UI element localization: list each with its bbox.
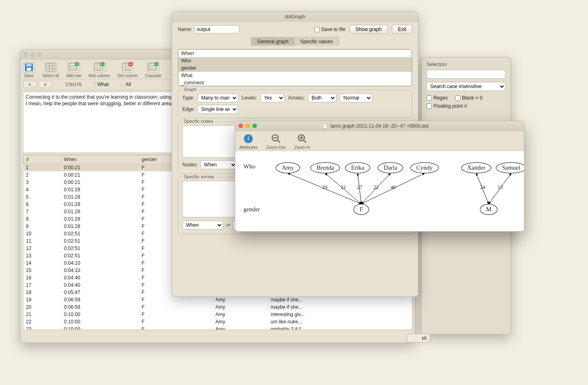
toolbar-label: Add row [66,73,82,78]
column-header[interactable]: When [61,155,139,164]
search-mode-select[interactable]: Search case insensitive [427,82,506,91]
del-column-button[interactable]: Del column [117,62,138,78]
nodes-label: Nodes: [182,162,198,168]
table-row[interactable]: 190:06:59FAmymaybe if she... [24,296,412,303]
graph-node[interactable]: Cyndy [410,162,439,173]
maximize-icon[interactable] [38,52,42,57]
grid-cascade-icon: + [147,62,159,73]
info-icon: i [242,133,254,144]
graph-node[interactable]: F [354,204,369,215]
save-to-file-checkbox[interactable]: Save to file [314,27,345,32]
list-item[interactable]: What [179,72,411,79]
close-icon[interactable] [239,124,243,128]
svg-text:i: i [248,135,250,142]
list-item[interactable]: _comment [179,79,411,86]
column-header[interactable]: # [24,155,62,164]
levels-select[interactable]: Yes [260,93,285,102]
list-item[interactable]: gender [179,64,411,72]
svg-rect-2 [27,68,31,71]
svg-line-32 [277,140,280,143]
edge-select[interactable]: Single line we [197,105,238,114]
svg-rect-1 [27,64,32,66]
tab-specific-values[interactable]: Specific values [294,37,339,46]
save-button[interactable]: Save [23,62,35,78]
graph-node[interactable]: Darla [378,162,403,173]
zoom-out-button[interactable]: Zoom Out [266,133,285,150]
prev-button[interactable]: < [23,81,37,88]
table-row[interactable]: 220:10:00FAmyum like nuke... [24,318,412,325]
minimize-icon[interactable] [245,124,250,128]
type-select[interactable]: Many to many [197,93,238,102]
exit-button[interactable]: Exit [392,25,412,34]
next-button[interactable]: > [38,81,52,88]
close-icon[interactable] [24,52,28,57]
maximize-icon[interactable] [252,124,257,128]
name-input[interactable] [195,25,239,33]
minimize-icon[interactable] [31,52,35,57]
nodes-select[interactable]: When [200,160,237,169]
table-row[interactable]: 210:10:00FAmyinteresting giv... [24,311,412,318]
graph-node[interactable]: Xander [461,162,491,173]
nodes-legend: Specific nodes [182,119,215,124]
graph-node[interactable]: Erika [345,162,370,173]
graph-titlebar[interactable]: tams graph 2021-11-04 18--20--47 +0000.d… [235,121,524,131]
edge-weight: 13 [497,184,503,190]
tab-general-graph[interactable]: General graph [251,37,295,46]
selection-input[interactable] [427,70,506,79]
blank0-checkbox[interactable]: Blank = 0 [455,95,482,101]
table-row[interactable]: 200:06:59FAmymaybe if she... [24,303,412,311]
graph-node[interactable]: Brenda [310,162,340,173]
type-label: Type: [182,95,194,101]
toolbar-label: Select all [42,73,59,78]
graph-node[interactable]: M [480,204,497,215]
exit-button-stub[interactable]: xit [407,334,430,343]
selection-header: Selection [427,62,506,67]
edge-weight: 29 [322,184,327,190]
grid-minus-icon [122,62,134,73]
arrows-legend: Specific arrows [182,174,216,179]
regex-checkbox[interactable]: Regex [427,95,448,101]
attributes-button[interactable]: i Attributes [239,133,257,150]
svg-text:+: + [76,62,78,66]
column-selector[interactable]: What [95,81,122,88]
arrows-select[interactable]: Both [308,93,336,102]
svg-rect-22 [129,64,132,64]
graph-viewer-window: tams graph 2021-11-04 18--20--47 +0000.d… [235,121,524,232]
row-label-who: Who [243,163,255,170]
show-graph-button[interactable]: Show graph [349,25,388,34]
levels-label: Levels: [241,95,257,101]
toolbar-label: Del column [117,73,138,78]
zoom-in-button[interactable]: Zoom In [294,133,310,150]
graph-toolbar: i Attributes Zoom Out Zoom In [235,131,524,150]
list-item[interactable]: When [179,50,411,57]
zoom-out-icon [270,133,282,144]
graph-node[interactable]: Amy [276,162,300,173]
svg-rect-3 [46,63,55,71]
cascade-button[interactable]: + Cascade [145,62,161,78]
arrow-style-select[interactable]: Normal [340,93,372,102]
edge-weight: 40 [391,184,396,190]
edge-label: Edge: [182,106,195,112]
toolbar-label: Cascade [145,73,161,78]
add-row-button[interactable]: + Add row [66,62,82,78]
list-item[interactable]: Who [179,57,411,64]
edge-weight: 22 [374,184,379,190]
float-checkbox[interactable]: Floating point # [427,103,467,109]
graph-canvas[interactable]: Who gender AmyBrendaErikaDarlaCyndyXande… [235,150,524,232]
select-all-button[interactable]: Select all [42,62,59,78]
add-column-button[interactable]: + Add column [88,62,110,78]
floppy-icon [23,62,35,73]
record-counter: 176/176 [65,82,82,87]
svg-text:+: + [155,62,157,66]
graph-node[interactable]: Samuel [496,162,524,173]
row-label-gender: gender [243,206,260,213]
arrow-from-select[interactable]: When [182,221,223,230]
name-label: Name: [178,27,192,32]
dotgraph-titlebar[interactable]: dotGraph [172,12,418,22]
zoom-in-icon [296,133,308,144]
svg-rect-28 [323,124,327,128]
all-columns[interactable]: All [123,81,139,88]
document-icon [322,123,328,129]
fields-listbox[interactable]: WhenWhogenderWhat_comment_coder [178,49,412,86]
table-row[interactable]: 230:10:00FAmyprobably 3 & f... [24,325,412,330]
